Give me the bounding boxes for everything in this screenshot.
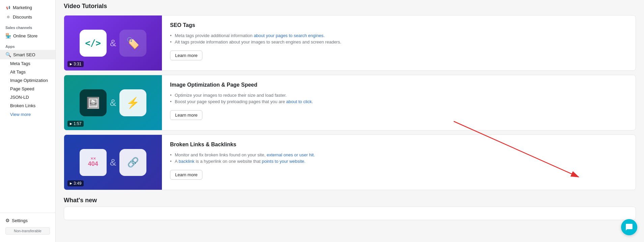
- chat-icon: [625, 223, 633, 231]
- sidebar-bottom: ⚙ Settings Non-transferable: [0, 213, 55, 239]
- learn-more-button-broken[interactable]: Learn more: [170, 170, 202, 180]
- thumbnail-icons-seo: </> & 🏷️: [73, 23, 153, 63]
- json-ld-label: JSON-LD: [10, 95, 29, 100]
- settings-icon: ⚙: [5, 218, 10, 223]
- video-title-seo: SEO Tags: [170, 22, 627, 28]
- thumbnail-icons-imgopt: 🖼️ & ⚡: [73, 83, 153, 123]
- sidebar-smart-seo-label: Smart SEO: [13, 52, 35, 57]
- video-thumbnail-imgopt[interactable]: 🖼️ & ⚡ ▶ 1:57: [64, 75, 162, 130]
- 404-text: 404: [88, 160, 98, 168]
- learn-more-button-imgopt[interactable]: Learn more: [170, 110, 202, 120]
- video-bullets-seo: Meta tags provide additional information…: [170, 32, 627, 45]
- meta-tags-label: Meta Tags: [10, 61, 30, 66]
- marketing-icon: 📢: [5, 5, 11, 10]
- image-icon-box: 🖼️: [80, 89, 107, 116]
- video-card-broken: ✕✕ 404 & 🔗 ▶ 3:49 Broken Links & Backlin…: [64, 134, 636, 190]
- image-optimization-label: Image Optimization: [10, 78, 48, 83]
- whats-new-preview: [64, 207, 636, 220]
- sales-channels-label: Sales channels: [0, 22, 55, 31]
- chain-icon: 🔗: [127, 157, 139, 168]
- discounts-icon: ⚙: [5, 14, 11, 20]
- bullet-imgopt-2: Boost your page speed by preloading page…: [170, 98, 627, 105]
- smart-seo-icon: 🔍: [5, 52, 11, 57]
- video-bullets-imgopt: Optimize your images to reduce their siz…: [170, 92, 627, 105]
- bullet-broken-2: A backlink is a hyperlink on one website…: [170, 158, 627, 164]
- duration-text-3: 3:49: [74, 181, 81, 186]
- sidebar-view-more[interactable]: View more: [0, 110, 55, 119]
- broken-links-label: Broken Links: [10, 103, 35, 108]
- lightning-icon-box: ⚡: [119, 89, 146, 116]
- play-icon-3: ▶: [70, 182, 72, 185]
- sidebar-marketing-label: Marketing: [13, 5, 32, 10]
- lightning-icon: ⚡: [126, 96, 140, 109]
- main-content: Video Tutorials </> & 🏷️ ▶ 3:31 SEO Tags: [56, 0, 644, 242]
- x-eyes: ✕✕: [90, 157, 96, 160]
- video-content-imgopt: Image Optimization & Page Speed Optimize…: [162, 75, 636, 130]
- video-duration-seo: ▶ 3:31: [67, 61, 84, 67]
- sidebar-item-smart-seo[interactable]: 🔍 Smart SEO: [0, 50, 55, 59]
- learn-more-button-seo[interactable]: Learn more: [170, 51, 202, 60]
- non-transferable-badge: Non-transferable: [5, 227, 50, 235]
- video-title-imgopt: Image Optimization & Page Speed: [170, 82, 627, 88]
- video-content-broken: Broken Links & Backlinks Monitor and fix…: [162, 135, 636, 190]
- apps-label: Apps: [0, 40, 55, 50]
- bullet-broken-1: Monitor and fix broken links found on yo…: [170, 152, 627, 158]
- sidebar-item-online-store[interactable]: 🏪 Online Store: [0, 31, 55, 40]
- link-seo-1: about your pages to search engines.: [254, 33, 325, 38]
- video-card-imgopt: 🖼️ & ⚡ ▶ 1:57 Image Optimization & Page …: [64, 75, 636, 130]
- play-icon-1: ▶: [70, 62, 72, 66]
- link-broken-2: backlink: [179, 159, 195, 164]
- thumbnail-icons-broken: ✕✕ 404 & 🔗: [73, 142, 153, 183]
- link-imgopt: about to click.: [286, 99, 313, 104]
- video-title-broken: Broken Links & Backlinks: [170, 142, 627, 148]
- chat-button[interactable]: [621, 219, 637, 235]
- ampersand-3: &: [110, 157, 116, 168]
- play-icon-2: ▶: [70, 122, 72, 125]
- code-icon: </>: [85, 38, 101, 48]
- page-speed-label: Page Speed: [10, 86, 34, 91]
- duration-text-1: 3:31: [74, 62, 81, 66]
- sidebar: 📢 Marketing ⚙ Discounts Sales channels 🏪…: [0, 0, 56, 242]
- whats-new-title: What's new: [64, 197, 636, 204]
- ampersand-2: &: [110, 97, 116, 108]
- sidebar-sub-item-page-speed[interactable]: Page Speed: [0, 85, 55, 93]
- sidebar-sub-item-image-optimization[interactable]: Image Optimization: [0, 76, 55, 85]
- sidebar-item-discounts[interactable]: ⚙ Discounts: [0, 12, 55, 22]
- video-content-seo: SEO Tags Meta tags provide additional in…: [162, 16, 636, 70]
- bullet-seo-1: Meta tags provide additional information…: [170, 32, 627, 39]
- image-icon: 🖼️: [86, 96, 100, 109]
- ampersand-1: &: [110, 38, 116, 49]
- video-card-seo: </> & 🏷️ ▶ 3:31 SEO Tags Meta tags provi…: [64, 15, 636, 71]
- duration-text-2: 1:57: [74, 121, 81, 126]
- 404-icon-box: ✕✕ 404: [80, 149, 107, 176]
- bullet-seo-2: Alt tags provide information about your …: [170, 39, 627, 45]
- chain-icon-box: 🔗: [119, 149, 146, 176]
- sidebar-sub-item-broken-links[interactable]: Broken Links: [0, 101, 55, 110]
- video-duration-broken: ▶ 3:49: [67, 180, 84, 186]
- settings-label: Settings: [12, 218, 28, 223]
- video-thumbnail-broken[interactable]: ✕✕ 404 & 🔗 ▶ 3:49: [64, 135, 162, 190]
- sidebar-sub-item-json-ld[interactable]: JSON-LD: [0, 93, 55, 101]
- sidebar-item-settings[interactable]: ⚙ Settings: [0, 216, 55, 225]
- video-thumbnail-seo[interactable]: </> & 🏷️ ▶ 3:31: [64, 16, 162, 70]
- tag-icon: 🏷️: [126, 37, 140, 50]
- alt-tags-label: Alt Tags: [10, 69, 26, 74]
- sidebar-online-store-label: Online Store: [13, 33, 37, 38]
- link-broken-3: points to your website.: [262, 159, 305, 164]
- sidebar-discounts-label: Discounts: [13, 14, 32, 20]
- link-broken-1: external ones or user hit.: [267, 152, 315, 157]
- page-header: Video Tutorials: [64, 0, 636, 10]
- non-transferable-label: Non-transferable: [14, 229, 41, 233]
- sidebar-sub-item-meta-tags[interactable]: Meta Tags: [0, 59, 55, 68]
- tag-icon-box: 🏷️: [119, 30, 146, 57]
- bullet-imgopt-1: Optimize your images to reduce their siz…: [170, 92, 627, 98]
- sidebar-sub-item-alt-tags[interactable]: Alt Tags: [0, 68, 55, 76]
- video-duration-imgopt: ▶ 1:57: [67, 121, 84, 127]
- sidebar-item-marketing[interactable]: 📢 Marketing: [0, 3, 55, 12]
- online-store-icon: 🏪: [5, 33, 11, 38]
- video-bullets-broken: Monitor and fix broken links found on yo…: [170, 152, 627, 164]
- code-icon-box: </>: [80, 30, 107, 57]
